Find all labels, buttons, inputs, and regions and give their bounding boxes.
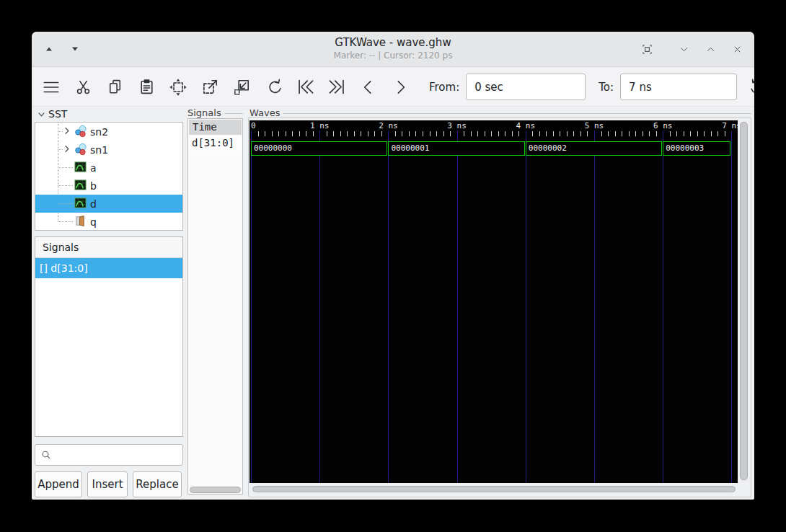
tree-item-label: sn1 [90,144,108,156]
waves-vscrollbar-thumb[interactable] [740,122,748,480]
minimize-button[interactable] [676,42,691,56]
reload-icon [748,77,754,97]
step-right-icon [391,78,410,97]
timescale-label: 5 ns [585,121,604,130]
timescale-gridline [388,130,389,483]
tree-item-sn1[interactable]: sn1 [35,141,182,159]
timescale-gridline [457,130,458,483]
timescale-ticks [251,131,738,136]
timescale-label: 2 ns [379,121,398,130]
wave-value-segment: 00000002 [526,141,662,156]
reload-button[interactable] [748,73,754,102]
zoom-fit-icon [169,78,187,97]
titlebar: GTKWave - wave.ghw Marker: -- | Cursor: … [32,32,754,67]
tree-item-a[interactable]: a [35,159,182,177]
timescale-gridline [526,130,526,483]
menu-button[interactable] [35,72,67,102]
zoom-out-icon [232,78,251,97]
to-input[interactable] [620,74,737,100]
from-input[interactable] [466,74,586,100]
tree-item-b[interactable]: b [35,177,182,195]
step-right-button[interactable] [384,72,416,102]
signals-list: Signals [] d[31:0] [35,236,183,437]
zoom-in-icon [200,78,219,97]
zoom-out-button[interactable] [226,72,257,102]
copy-icon [106,78,124,96]
timescale-label: 1 ns [310,121,330,130]
tree-item-q[interactable]: q [35,213,182,231]
skip-to-start-button[interactable] [289,72,321,102]
waves-hscrollbar[interactable] [252,486,736,492]
to-label: To: [599,81,614,94]
tree-item-label: q [90,216,97,228]
timescale-label: 0 [251,121,256,130]
signals-list-header: Signals [35,237,182,258]
signal-icon [74,161,87,174]
signal-icon [74,179,87,192]
sst-header-label: SST [48,108,67,120]
maximize-button[interactable] [703,42,717,56]
time-row[interactable]: Time [189,120,242,135]
search-icon [40,449,52,461]
wave-value-segment: 00000003 [663,141,730,156]
tree-item-label: sn2 [90,126,108,138]
timescale-label: 4 ns [516,121,536,130]
signal-icon [74,197,87,210]
zoom-fit-button[interactable] [162,72,194,102]
desktop: { "window": { "title": "GTKWave - wave.g… [0,0,786,532]
zoom-in-button[interactable] [194,72,226,102]
timescale-label: 3 ns [447,121,467,130]
tree-guide-stub [58,185,73,186]
close-button[interactable] [730,42,744,56]
tree-guide-stub [58,167,73,168]
step-left-icon [359,78,378,97]
cut-button[interactable] [67,72,99,102]
waves-vscrollbar [740,121,748,482]
timescale-label: 6 ns [653,121,673,130]
module-icon [74,125,87,138]
timescale-gridline [251,130,252,483]
chevron-right-icon[interactable] [62,144,72,154]
chevron-up-icon [705,44,716,55]
close-icon [732,44,743,55]
step-left-button[interactable] [353,72,384,102]
tree-item-label: a [90,162,97,174]
cut-icon [74,78,92,96]
signals-panel-hscrollbar[interactable] [190,487,241,493]
undo-icon [265,78,283,96]
paste-button[interactable] [131,72,162,102]
wave-value-segment: 00000001 [388,141,524,156]
tree-guide-stub [58,221,73,222]
skip-to-end-button[interactable] [321,72,353,102]
signal-name-row[interactable]: d[31:0] [188,136,242,151]
skip-to-end-icon [327,77,347,97]
timescale-gridline [731,130,732,483]
module-icon [74,143,87,156]
sst-header[interactable]: SST [37,108,67,120]
chevron-down-icon [37,110,46,119]
copy-button[interactable] [99,72,131,102]
tree-item-d[interactable]: d [35,195,182,213]
timescale-gridline [663,130,663,483]
insert-button[interactable]: Insert [87,471,128,497]
tree-item-label: d [90,198,97,210]
search-input[interactable] [35,444,183,466]
tree-guide-stub [58,203,73,204]
wave-canvas[interactable]: 01 ns2 ns3 ns4 ns5 ns6 ns7 ns00000000000… [250,120,738,483]
paste-icon [138,78,156,96]
timescale-label: 7 ns [722,121,738,130]
chevron-right-icon[interactable] [62,126,72,136]
append-button[interactable]: Append [35,471,82,497]
signals-list-item[interactable]: [] d[31:0] [35,258,182,278]
signals-panel: Timed[31:0] [187,118,243,495]
fit-window-button[interactable] [640,42,654,56]
search-field [35,444,183,466]
replace-button[interactable]: Replace [133,471,182,497]
tree-item-label: b [90,180,97,192]
fit-icon [641,43,653,56]
undo-button[interactable] [257,72,289,102]
chevron-down-icon [679,44,689,55]
toolbar: From: To: [32,68,754,107]
tree-item-sn2[interactable]: sn2 [35,123,182,141]
port-icon [74,215,87,228]
